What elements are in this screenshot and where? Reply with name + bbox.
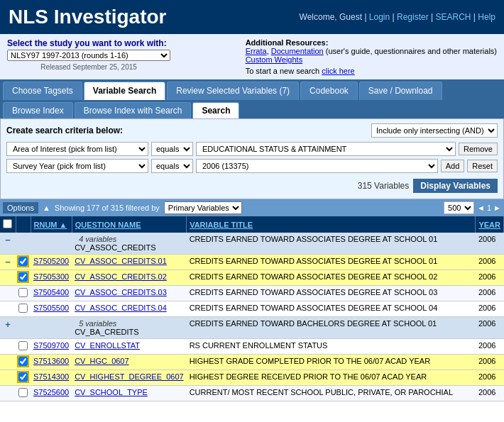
tab-codebook[interactable]: Codebook — [300, 82, 358, 100]
custom-weights-link[interactable]: Custom Weights — [246, 55, 303, 64]
row-checkbox[interactable] — [18, 257, 28, 266]
qname-link[interactable]: CV_ASSOC_CREDITS.04 — [75, 304, 167, 312]
options-button[interactable]: Options — [3, 202, 38, 213]
year-cell: 2006 — [476, 355, 504, 370]
tab-variable-search[interactable]: Variable Search — [84, 82, 165, 100]
qname-link[interactable]: CV_ENROLLSTAT — [75, 341, 140, 350]
row-checkbox[interactable] — [18, 388, 28, 397]
login-link[interactable]: Login — [369, 12, 390, 22]
group-label: 5 variables — [75, 319, 116, 328]
next-page-icon[interactable]: ► — [493, 204, 501, 212]
year-cell: 2006 — [476, 370, 504, 386]
add-btn[interactable]: Add — [441, 160, 465, 172]
reset-btn[interactable]: Reset — [467, 160, 498, 172]
th-title[interactable]: VARIABLE TITLE — [187, 216, 476, 233]
intersect-select[interactable]: Include only intersecting (AND) — [371, 123, 498, 138]
check-cell — [16, 386, 31, 401]
variables-table: RNUM ▲ QUESTION NAME VARIABLE TITLE YEAR… — [0, 216, 504, 401]
th-rnum[interactable]: RNUM ▲ — [31, 216, 72, 233]
remove-btn-1[interactable]: Remove — [459, 143, 498, 155]
expand-cell[interactable]: − — [0, 233, 16, 255]
study-select[interactable]: NLSY97 1997-2013 (rounds 1-16) — [7, 50, 170, 61]
expand-cell[interactable]: − — [0, 255, 16, 270]
check-cell — [16, 301, 31, 317]
display-variables-btn[interactable]: Display Variables — [413, 179, 498, 193]
tab-choose-tagsets[interactable]: Choose Tagsets — [3, 82, 82, 100]
help-link[interactable]: Help — [478, 12, 495, 22]
year-cell: 2006 — [476, 386, 504, 401]
subtab-search[interactable]: Search — [192, 102, 239, 118]
expand-cell — [0, 339, 16, 355]
search-link[interactable]: SEARCH — [436, 12, 471, 22]
tab-save-download[interactable]: Save / Download — [359, 82, 442, 100]
criteria-op-2[interactable]: equals — [151, 159, 193, 173]
rnum-link[interactable]: S7505400 — [33, 288, 69, 296]
sub-tabs: Browse Index Browse Index with Search Se… — [0, 100, 504, 118]
study-row: Select the study you want to work with: … — [0, 34, 504, 79]
title-cell: CREDITS EARNED TOWARD ASSOCIATES DEGREE … — [187, 301, 476, 317]
qname-link[interactable]: CV_ASSOC_CREDITS.01 — [75, 257, 167, 265]
qname-cell: 5 variables CV_BA_CREDITS — [72, 317, 186, 339]
rnum-link[interactable]: S7505500 — [33, 304, 69, 312]
expand-cell[interactable]: + — [0, 317, 16, 339]
title-cell: CREDITS EARNED TOWARD ASSOCIATES DEGREE … — [187, 270, 476, 286]
row-checkbox[interactable] — [18, 341, 28, 350]
resources-title: Additional Resources: — [246, 38, 497, 47]
qname-link[interactable]: CV_ASSOC_CREDITS.02 — [75, 272, 167, 281]
prev-page-icon[interactable]: ◄ — [477, 204, 485, 212]
tab-review-selected[interactable]: Review Selected Variables (7) — [167, 82, 299, 100]
th-qname[interactable]: QUESTION NAME — [72, 216, 186, 233]
resources-note: (user's guide, questionnaires and other … — [326, 47, 497, 55]
minus-icon[interactable]: − — [5, 257, 11, 267]
create-criteria-label: Create search criteria below: — [6, 126, 123, 135]
rnum-link[interactable]: S7513600 — [33, 357, 69, 365]
register-link[interactable]: Register — [397, 12, 429, 22]
table-row: − S7505200 CV_ASSOC_CREDITS.01 CREDITS E… — [0, 255, 504, 270]
qname-link[interactable]: CV_HIGHEST_DEGREE_0607 — [75, 372, 183, 381]
expand-cell — [0, 301, 16, 317]
table-row: S7505500 CV_ASSOC_CREDITS.04 CREDITS EAR… — [0, 301, 504, 317]
per-page-select[interactable]: 500 — [444, 201, 474, 214]
th-year[interactable]: YEAR — [476, 216, 504, 233]
qname-cell: CV_ENROLLSTAT — [72, 339, 186, 355]
year-cell: 2006 — [476, 317, 504, 339]
table-row: S7505300 CV_ASSOC_CREDITS.02 CREDITS EAR… — [0, 270, 504, 286]
subtab-browse-index-search[interactable]: Browse Index with Search — [75, 102, 192, 118]
row-checkbox[interactable] — [18, 304, 28, 313]
row-checkbox[interactable] — [18, 288, 28, 297]
select-all-checkbox[interactable] — [3, 219, 12, 228]
qname-link[interactable]: CV_SCHOOL_TYPE — [75, 388, 148, 396]
rnum-link[interactable]: S7509700 — [33, 341, 69, 350]
criteria-value-2[interactable]: 2006 (13375) — [196, 159, 438, 173]
check-cell — [16, 286, 31, 301]
new-search-link[interactable]: click here — [322, 67, 354, 75]
rnum-link[interactable]: S7505300 — [33, 272, 69, 281]
qname-cell: CV_HGC_0607 — [72, 355, 186, 370]
qname-link[interactable]: CV_HGC_0607 — [75, 357, 128, 365]
expand-icon[interactable]: + — [5, 319, 11, 330]
rnum-cell: S7513600 — [31, 355, 72, 370]
title-cell: CREDITS EARNED TOWARD BACHELORS DEGREE A… — [187, 317, 476, 339]
criteria-value-1[interactable]: EDUCATIONAL STATUS & ATTAINMENT — [196, 142, 456, 156]
row-checkbox[interactable] — [18, 372, 28, 382]
documentation-link[interactable]: Documentation — [271, 47, 324, 55]
errata-link[interactable]: Errata — [246, 47, 267, 55]
results-count: 315 Variables — [358, 181, 410, 191]
row-checkbox[interactable] — [18, 272, 28, 282]
criteria-op-1[interactable]: equals — [151, 142, 193, 156]
rnum-link[interactable]: S7505200 — [33, 257, 69, 265]
criteria-row-2: Survey Year (pick from list) equals 2006… — [6, 159, 498, 173]
title-cell: HIGHEST GRADE COMPLETED PRIOR TO THE 06/… — [187, 355, 476, 370]
showing-text: Showing 177 of 315 filtered by — [55, 204, 160, 212]
rnum-link[interactable]: S7514300 — [33, 372, 69, 381]
qname-link[interactable]: CV_ASSOC_CREDITS.03 — [75, 288, 167, 296]
title-cell: CREDITS EARNED TOWARD ASSOCIATES DEGREE … — [187, 286, 476, 301]
rnum-link[interactable]: S7525600 — [33, 388, 69, 396]
criteria-field-1[interactable]: Area of Interest (pick from list) — [6, 142, 148, 156]
filter-select[interactable]: Primary Variables — [164, 201, 242, 214]
criteria-field-2[interactable]: Survey Year (pick from list) — [6, 159, 148, 173]
collapse-icon[interactable]: − — [5, 235, 11, 245]
subtab-browse-index[interactable]: Browse Index — [3, 102, 73, 118]
row-checkbox[interactable] — [18, 357, 28, 366]
expand-cell — [0, 270, 16, 286]
